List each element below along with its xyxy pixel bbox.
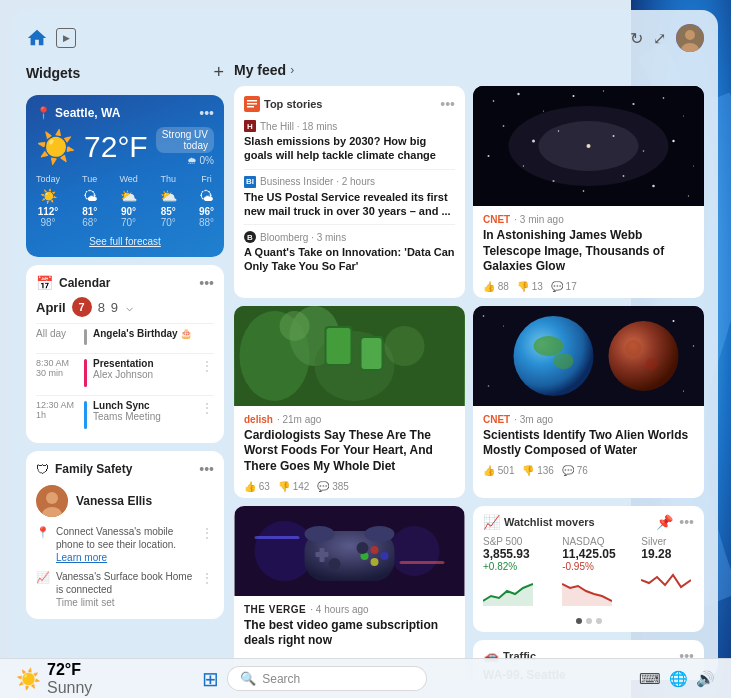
planets-dislikes[interactable]: 👎 136: [522, 465, 553, 476]
svg-marker-76: [483, 584, 533, 606]
stock-silver: Silver 19.28: [641, 536, 694, 610]
planets-likes[interactable]: 👍 501: [483, 465, 514, 476]
svg-point-56: [554, 353, 574, 369]
taskbar-network-icon[interactable]: 🌐: [669, 670, 688, 688]
stock-sp500: S&P 500 3,855.93 +0.82%: [483, 536, 558, 610]
refresh-icon[interactable]: ↻: [630, 29, 643, 48]
news-item-hill[interactable]: H The Hill · 18 mins Slash emissions by …: [244, 120, 455, 170]
forecast-tue: Tue 🌤 81° 68°: [82, 174, 97, 228]
weather-uv-info: Strong UV today 🌧 0%: [156, 127, 214, 166]
dot-3[interactable]: [596, 618, 602, 624]
watchlist-card: 📈 Watchlist movers 📌 ••• S&P 500: [473, 506, 704, 632]
planets-source: CNET · 3m ago: [483, 414, 694, 425]
svg-point-50: [673, 320, 675, 322]
pin-icon[interactable]: 📌: [656, 514, 673, 530]
svg-point-58: [626, 340, 642, 356]
gaming-content: THE VERGE · 4 hours ago The best video g…: [234, 596, 465, 661]
galaxy-content: CNET · 3 min ago In Astonishing James We…: [473, 206, 704, 298]
svg-point-20: [663, 97, 665, 99]
svg-point-26: [613, 135, 615, 137]
safety-user-name: Vanessa Ellis: [76, 494, 152, 508]
expand-icon[interactable]: ⤢: [653, 29, 666, 48]
dot-1[interactable]: [576, 618, 582, 624]
svg-point-24: [558, 130, 559, 131]
svg-point-34: [623, 175, 625, 177]
see-forecast-link[interactable]: See full forecast: [36, 236, 214, 247]
food-card[interactable]: delish · 21m ago Cardiologists Say These…: [234, 306, 465, 498]
svg-point-65: [365, 526, 395, 542]
add-widget-button[interactable]: +: [213, 62, 224, 83]
comments[interactable]: 💬 17: [551, 281, 577, 292]
likes[interactable]: 👍 88: [483, 281, 509, 292]
event-bar-blue: [84, 401, 87, 429]
news-item-bi[interactable]: BI Business Insider · 2 hours The US Pos…: [244, 176, 455, 226]
news-item-bloomberg[interactable]: B Bloomberg · 3 mins A Quant's Take on I…: [244, 231, 455, 280]
feed-chevron[interactable]: ›: [290, 63, 294, 77]
search-bar[interactable]: 🔍 Search: [227, 666, 427, 691]
taskbar-keyboard-icon[interactable]: ⌨: [639, 670, 661, 688]
svg-point-68: [371, 546, 379, 554]
weather-menu[interactable]: •••: [199, 105, 214, 121]
main-content: Widgets + 📍 Seattle, WA ••• ☀️ 72°F Stro…: [26, 62, 704, 668]
top-stories-card: Top stories ••• H The Hill · 18 mins Sla…: [234, 86, 465, 298]
svg-point-57: [609, 321, 679, 391]
device-icon: 📈: [36, 571, 50, 584]
planets-image: [473, 306, 704, 406]
event-details-lunch: Lunch Sync Teams Meeting: [93, 400, 194, 422]
taskbar-sun-icon: ☀️: [16, 667, 41, 691]
dot-2[interactable]: [586, 618, 592, 624]
svg-point-45: [280, 311, 310, 341]
food-dislikes[interactable]: 👎 142: [278, 481, 309, 492]
watchlist-actions: 📌 •••: [656, 514, 694, 530]
weather-location-name: 📍 Seattle, WA: [36, 106, 120, 120]
feed-grid: Top stories ••• H The Hill · 18 mins Sla…: [234, 86, 704, 680]
planets-actions: 👍 501 👎 136 💬 76: [483, 465, 694, 476]
bi-icon: BI: [244, 176, 256, 188]
home-icon[interactable]: [26, 27, 48, 49]
svg-rect-67: [316, 552, 329, 557]
calendar-widget: 📅 Calendar ••• April 7 8 9 ⌵ All day: [26, 265, 224, 443]
gaming-card[interactable]: THE VERGE · 4 hours ago The best video g…: [234, 506, 465, 680]
food-image: [234, 306, 465, 406]
calendar-menu[interactable]: •••: [199, 275, 214, 291]
taskbar: ☀️ 72°F Sunny ⊞ 🔍 Search ⌨ 🌐 🔊: [0, 658, 731, 698]
food-likes[interactable]: 👍 63: [244, 481, 270, 492]
event-lunch: 12:30 AM 1h Lunch Sync Teams Meeting ⋮: [36, 395, 214, 433]
food-actions: 👍 63 👎 142 💬 385: [244, 481, 455, 492]
calendar-month-row: April 7 8 9 ⌵: [36, 297, 214, 317]
watchlist-menu[interactable]: •••: [679, 514, 694, 530]
user-avatar[interactable]: [676, 24, 704, 52]
svg-point-17: [573, 95, 575, 97]
weather-widget: 📍 Seattle, WA ••• ☀️ 72°F Strong UV toda…: [26, 95, 224, 257]
svg-point-32: [552, 180, 554, 182]
safety-menu[interactable]: •••: [199, 461, 214, 477]
start-button[interactable]: ⊞: [202, 667, 219, 691]
taskbar-volume-icon[interactable]: 🔊: [696, 670, 715, 688]
safety-user: Vanessa Ellis: [36, 485, 214, 517]
top-stories-header: Top stories •••: [244, 96, 455, 112]
weather-condition-icon: ☀️: [36, 128, 76, 166]
video-icon[interactable]: ▶: [56, 28, 76, 48]
item-source: H The Hill · 18 mins: [244, 120, 455, 132]
hill-icon: H: [244, 120, 256, 132]
feed-column: My feed ›: [234, 62, 704, 668]
next-day-2: 9: [111, 300, 118, 315]
svg-point-36: [688, 195, 689, 196]
planets-comments[interactable]: 💬 76: [562, 465, 588, 476]
item-source-bloomberg: B Bloomberg · 3 mins: [244, 231, 455, 243]
galaxy-card[interactable]: CNET · 3 min ago In Astonishing James We…: [473, 86, 704, 298]
learn-more-link[interactable]: Learn more: [56, 552, 107, 563]
top-stories-menu[interactable]: •••: [440, 96, 455, 112]
food-comments[interactable]: 💬 385: [317, 481, 348, 492]
svg-point-16: [543, 110, 544, 111]
planets-card[interactable]: CNET · 3m ago Scientists Identify Two Al…: [473, 306, 704, 498]
weather-temperature: 72°F: [84, 130, 148, 164]
food-source: delish · 21m ago: [244, 414, 455, 425]
dislikes[interactable]: 👎 13: [517, 281, 543, 292]
top-stories-icon: [244, 96, 260, 112]
svg-point-31: [523, 165, 524, 166]
watchlist-icon: 📈: [483, 514, 500, 530]
feed-header: My feed ›: [234, 62, 704, 78]
calendar-chevron[interactable]: ⌵: [126, 300, 133, 314]
svg-point-48: [483, 315, 485, 317]
